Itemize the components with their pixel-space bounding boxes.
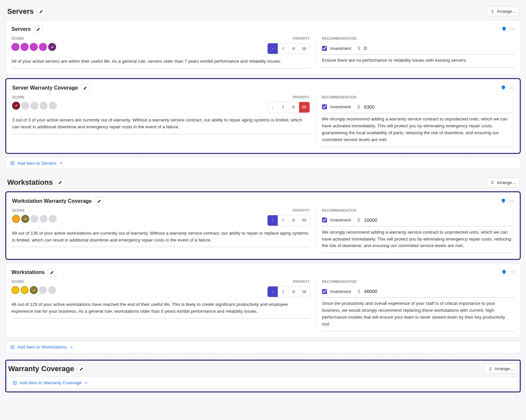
edit-card-button[interactable] [81,84,90,92]
pencil-icon [83,86,87,90]
score-label: SCORE [11,280,267,284]
priority-high[interactable]: !!! [299,286,310,297]
priority-dot[interactable]: · [268,102,278,113]
chevron-down-icon [59,161,63,165]
priority-label: PRIORITY [267,37,310,40]
chevron-down-icon [70,345,73,349]
investment-amount-input[interactable] [363,216,514,224]
lightbulb-icon[interactable] [501,269,507,275]
edit-card-button[interactable] [95,197,104,205]
card-title: Server Warranty Coverage [12,85,78,91]
priority-segmented: · ! !! !!! [267,43,310,54]
section-title: Workstations [7,178,53,187]
arrange-label: Arrange… [497,9,516,14]
priority-label: PRIORITY [267,280,310,284]
edit-section-button[interactable] [77,365,86,373]
add-item-warranty-coverage[interactable]: Add Item to Warranty Coverage [8,377,518,389]
priority-low[interactable]: ! [278,215,289,226]
investment-checkbox[interactable] [322,46,327,51]
chevron-down-icon [84,381,88,385]
score-dots[interactable] [11,43,267,51]
dollar-icon: $ [357,104,360,110]
score-description: All of your active servers are within th… [11,58,310,69]
priority-high[interactable]: !!! [299,102,310,113]
investment-label: Investment [330,218,351,222]
investment-label: Investment [330,104,351,109]
score-label: SCORE [11,37,267,40]
investment-amount-input[interactable] [363,287,515,295]
recommendation-label: RECOMMENDATION [322,209,514,212]
priority-segmented: · ! !! !!! [267,102,310,113]
drag-handle-icon[interactable] [510,87,514,89]
section-title: Warranty Coverage [8,365,74,373]
priority-dot[interactable]: · [268,286,278,297]
dollar-icon: $ [357,218,360,223]
score-dots[interactable] [11,286,267,294]
drag-handle-icon[interactable] [510,200,514,202]
investment-amount-input[interactable] [363,103,514,111]
score-label: SCORE [12,209,267,212]
score-dots[interactable] [12,215,267,223]
recommendation-label: RECOMMENDATION [322,280,515,284]
add-item-label: Add Item to Servers [17,161,56,166]
card-title: Workstations [11,269,45,275]
investment-checkbox[interactable] [322,218,327,222]
recommendation-description: Since the productivity and overall exper… [322,300,515,331]
priority-dot[interactable]: · [268,215,278,226]
recommendation-description: We strongly recommend adding a warranty … [322,116,514,147]
edit-section-button[interactable] [37,7,46,16]
priority-low[interactable]: ! [278,43,289,54]
arrange-label: Arrange… [497,180,516,185]
add-item-label: Add Item to Warranty Coverage [20,380,82,385]
edit-card-button[interactable] [48,268,56,277]
add-icon [10,161,15,165]
pencil-icon [50,270,54,274]
priority-high[interactable]: !!! [299,215,310,226]
pencil-icon [58,180,62,184]
investment-amount-input[interactable] [363,44,515,52]
score-description: 89 out of 136 of your active workstation… [12,230,310,247]
drag-handle-icon[interactable] [510,271,515,274]
recommendation-description: We strongly recommend adding a warranty … [322,229,514,253]
score-dots[interactable] [12,102,267,110]
investment-label: Investment [330,289,351,294]
section-header-servers: Servers Arrange… [5,5,521,18]
card-workstation-warranty: Workstation Warranty Coverage SCORE PRIO… [5,191,521,260]
card-title: Servers [11,26,31,32]
priority-med[interactable]: !! [289,215,299,226]
priority-med[interactable]: !! [289,286,299,297]
priority-dot[interactable]: · [268,43,278,54]
section-title: Servers [7,7,34,16]
lightbulb-icon[interactable] [500,198,506,204]
priority-high[interactable]: !!! [299,43,310,54]
priority-label: PRIORITY [267,95,310,99]
recommendation-label: RECOMMENDATION [322,37,515,40]
lightbulb-icon[interactable] [500,85,506,91]
priority-low[interactable]: ! [278,102,289,113]
arrange-button[interactable]: Arrange… [487,178,519,187]
edit-card-button[interactable] [34,25,43,33]
lightbulb-icon[interactable] [501,26,507,32]
priority-label: PRIORITY [267,209,310,212]
drag-handle-icon[interactable] [510,28,515,31]
pencil-icon [80,367,84,371]
pencil-icon [36,27,40,31]
arrange-button[interactable]: Arrange… [484,364,517,373]
priority-low[interactable]: ! [278,286,289,297]
sort-icon [490,180,495,185]
investment-checkbox[interactable] [322,289,327,294]
add-icon [12,381,17,385]
card-servers: Servers SCORE PRIORITY · [5,20,521,75]
priority-segmented: · ! !! !!! [267,215,310,226]
dollar-icon: $ [358,289,360,294]
edit-section-button[interactable] [56,178,65,187]
priority-med[interactable]: !! [289,102,299,113]
add-item-workstations[interactable]: Add Item to Workstations [5,341,521,353]
recommendation-label: RECOMMENDATION [322,95,514,99]
add-item-servers[interactable]: Add Item to Servers [5,157,521,169]
arrange-button[interactable]: Arrange… [487,7,519,16]
pencil-icon [39,10,43,13]
score-description: 46 out of 129 of your active workstation… [11,301,310,319]
investment-checkbox[interactable] [322,104,327,109]
priority-med[interactable]: !! [289,43,299,54]
